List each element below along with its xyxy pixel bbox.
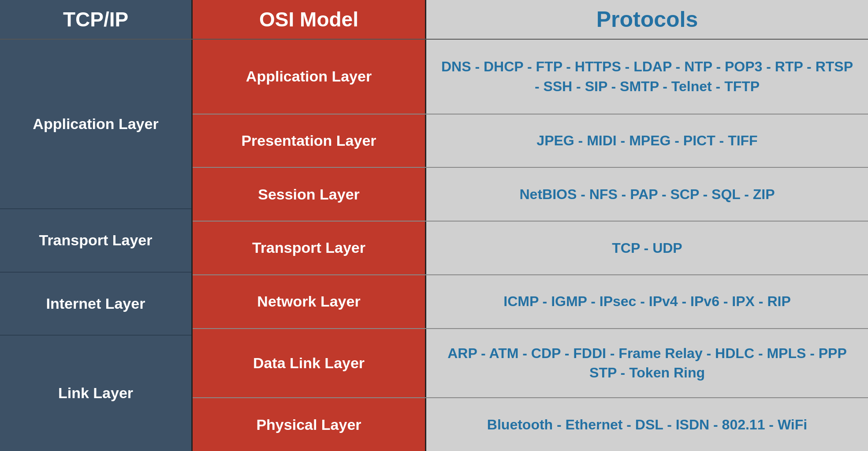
osi-datalink-label: Data Link Layer (253, 355, 365, 372)
tcpip-application-layer: Application Layer (0, 40, 191, 209)
osi-session-cell: Session Layer (193, 168, 426, 221)
osi-header-label: OSI Model (259, 7, 358, 31)
tcpip-internet-layer: Internet Layer (0, 273, 191, 336)
tcpip-transport-layer: Transport Layer (0, 209, 191, 272)
tcpip-link-label: Link Layer (58, 384, 133, 402)
osi-row-physical: Physical Layer Bluetooth - Ethernet - DS… (193, 398, 868, 451)
osi-protocols-column: Application Layer DNS - DHCP - FTP - HTT… (193, 40, 868, 451)
proto-transport-cell: TCP - UDP (426, 222, 868, 274)
proto-transport-text: TCP - UDP (612, 238, 682, 258)
osi-physical-cell: Physical Layer (193, 398, 426, 451)
osi-transport-label: Transport Layer (252, 239, 365, 256)
osi-physical-label: Physical Layer (256, 416, 361, 433)
proto-application-text: DNS - DHCP - FTP - HTTPS - LDAP - NTP - … (440, 57, 855, 96)
tcpip-header-label: TCP/IP (63, 7, 128, 31)
header-protocols-cell: Protocols (426, 0, 868, 39)
osi-row-network: Network Layer ICMP - IGMP - IPsec - IPv4… (193, 275, 868, 329)
tcpip-transport-label: Transport Layer (39, 232, 153, 249)
osi-network-label: Network Layer (257, 293, 360, 310)
proto-network-cell: ICMP - IGMP - IPsec - IPv4 - IPv6 - IPX … (426, 275, 868, 328)
osi-presentation-label: Presentation Layer (241, 132, 376, 149)
proto-physical-text: Bluetooth - Ethernet - DSL - ISDN - 802.… (487, 415, 807, 435)
tcpip-app-label: Application Layer (33, 115, 158, 133)
proto-session-text: NetBIOS - NFS - PAP - SCP - SQL - ZIP (519, 185, 775, 204)
proto-datalink-cell: ARP - ATM - CDP - FDDI - Frame Relay - H… (426, 329, 868, 398)
header-tcpip-cell: TCP/IP (0, 0, 193, 39)
tcpip-column: Application Layer Transport Layer Intern… (0, 40, 193, 451)
header-row: TCP/IP OSI Model Protocols (0, 0, 868, 40)
osi-application-cell: Application Layer (193, 40, 426, 114)
osi-session-label: Session Layer (258, 186, 360, 203)
tcpip-link-layer: Link Layer (0, 336, 191, 451)
osi-application-label: Application Layer (246, 68, 372, 85)
osi-row-presentation: Presentation Layer JPEG - MIDI - MPEG - … (193, 115, 868, 168)
osi-row-transport: Transport Layer TCP - UDP (193, 222, 868, 275)
osi-datalink-cell: Data Link Layer (193, 329, 426, 398)
osi-network-cell: Network Layer (193, 275, 426, 328)
proto-datalink-text: ARP - ATM - CDP - FDDI - Frame Relay - H… (440, 344, 855, 383)
proto-network-text: ICMP - IGMP - IPsec - IPv4 - IPv6 - IPX … (503, 292, 790, 311)
main-table: TCP/IP OSI Model Protocols Application L… (0, 0, 868, 451)
header-osi-cell: OSI Model (193, 0, 426, 39)
proto-presentation-text: JPEG - MIDI - MPEG - PICT - TIFF (536, 131, 757, 151)
proto-presentation-cell: JPEG - MIDI - MPEG - PICT - TIFF (426, 115, 868, 167)
tcpip-internet-label: Internet Layer (46, 295, 145, 312)
osi-transport-cell: Transport Layer (193, 222, 426, 274)
protocols-header-label: Protocols (596, 7, 698, 32)
proto-physical-cell: Bluetooth - Ethernet - DSL - ISDN - 802.… (426, 398, 868, 451)
osi-row-application: Application Layer DNS - DHCP - FTP - HTT… (193, 40, 868, 115)
proto-session-cell: NetBIOS - NFS - PAP - SCP - SQL - ZIP (426, 168, 868, 221)
osi-row-session: Session Layer NetBIOS - NFS - PAP - SCP … (193, 168, 868, 222)
osi-presentation-cell: Presentation Layer (193, 115, 426, 167)
body-rows: Application Layer Transport Layer Intern… (0, 40, 868, 451)
osi-row-datalink: Data Link Layer ARP - ATM - CDP - FDDI -… (193, 329, 868, 399)
proto-application-cell: DNS - DHCP - FTP - HTTPS - LDAP - NTP - … (426, 40, 868, 114)
